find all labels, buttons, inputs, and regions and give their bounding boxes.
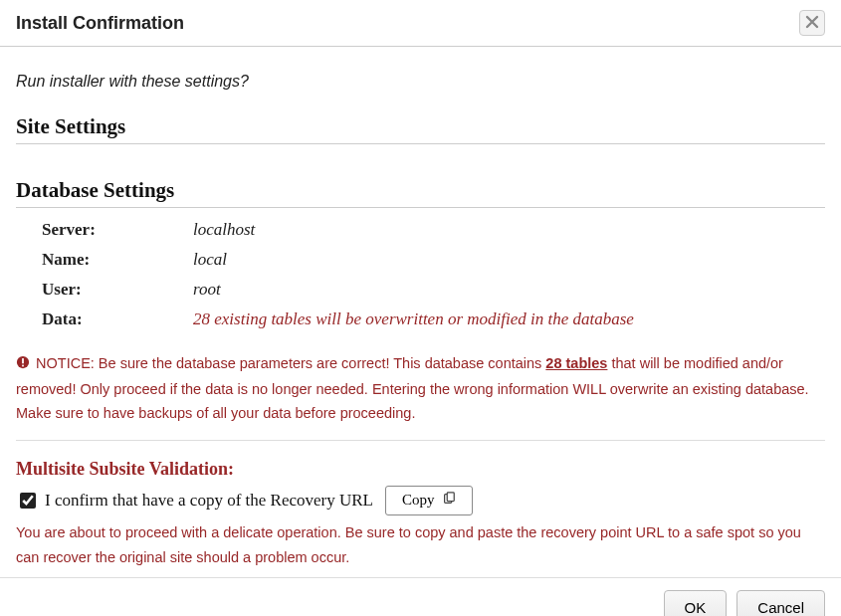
recovery-confirm-checkbox[interactable] bbox=[20, 493, 36, 509]
db-user-label: User: bbox=[42, 280, 193, 300]
db-data-row: Data: 28 existing tables will be overwri… bbox=[42, 309, 825, 329]
svg-rect-2 bbox=[22, 365, 24, 367]
db-data-label: Data: bbox=[42, 309, 193, 329]
proceed-warning-note: You are about to proceed with a delicate… bbox=[16, 520, 825, 569]
dialog-content: Run installer with these settings? Site … bbox=[0, 47, 841, 577]
separator bbox=[16, 440, 825, 441]
svg-rect-4 bbox=[448, 493, 455, 502]
close-button[interactable] bbox=[799, 10, 825, 36]
dialog-titlebar: Install Confirmation bbox=[0, 0, 841, 47]
multisite-validation-heading: Multisite Subsite Validation: bbox=[16, 459, 825, 480]
cancel-button[interactable]: Cancel bbox=[736, 590, 825, 616]
db-server-label: Server: bbox=[42, 220, 193, 240]
dialog-title: Install Confirmation bbox=[16, 13, 184, 34]
recovery-confirm-label: I confirm that have a copy of the Recove… bbox=[45, 491, 373, 511]
exclamation-circle-icon bbox=[16, 352, 30, 377]
db-user-value: root bbox=[193, 280, 221, 300]
recovery-confirm-line: I confirm that have a copy of the Recove… bbox=[16, 486, 825, 515]
dialog-button-bar: OK Cancel bbox=[0, 577, 841, 616]
close-icon bbox=[805, 15, 819, 32]
database-warning-notice: NOTICE: Be sure the database parameters … bbox=[16, 351, 825, 426]
db-user-row: User: root bbox=[42, 280, 825, 300]
ok-button[interactable]: OK bbox=[664, 590, 728, 616]
database-settings-heading: Database Settings bbox=[16, 178, 825, 208]
db-name-label: Name: bbox=[42, 250, 193, 270]
confirmation-prompt: Run installer with these settings? bbox=[16, 73, 825, 91]
copy-button-label: Copy bbox=[402, 492, 435, 509]
db-name-row: Name: local bbox=[42, 250, 825, 270]
svg-rect-1 bbox=[22, 358, 24, 363]
notice-prefix: NOTICE: Be sure the database parameters … bbox=[36, 355, 545, 371]
notice-tables-link[interactable]: 28 tables bbox=[545, 355, 607, 371]
db-server-value: localhost bbox=[193, 220, 255, 240]
site-settings-heading: Site Settings bbox=[16, 114, 825, 144]
db-server-row: Server: localhost bbox=[42, 220, 825, 240]
db-name-value: local bbox=[193, 250, 227, 270]
db-data-value: 28 existing tables will be overwritten o… bbox=[193, 309, 634, 329]
copy-icon bbox=[442, 492, 456, 510]
copy-button[interactable]: Copy bbox=[385, 486, 474, 515]
database-settings-table: Server: localhost Name: local User: root… bbox=[42, 220, 825, 329]
install-confirmation-dialog: Install Confirmation Run installer with … bbox=[0, 0, 841, 616]
